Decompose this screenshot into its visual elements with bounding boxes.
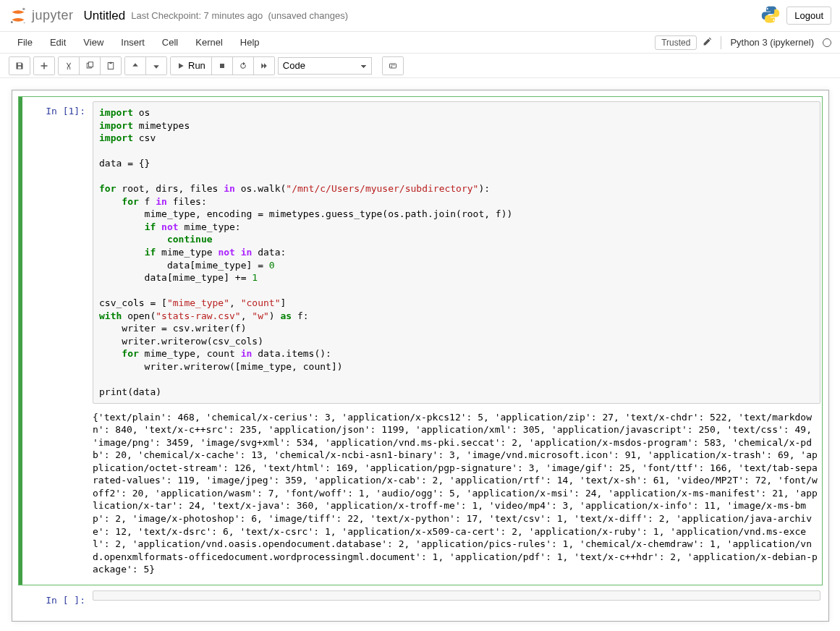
menu-file[interactable]: File [9, 33, 41, 52]
jupyter-logo-text: jupyter [32, 8, 74, 23]
python-logo-icon [760, 4, 781, 27]
toolbar: Run CodeMarkdownRaw NBConvertHeading [0, 54, 840, 78]
save-button[interactable] [9, 57, 30, 75]
svg-rect-12 [391, 64, 395, 65]
checkpoint-status: Last Checkpoint: 7 minutes ago (unsaved … [131, 10, 348, 21]
logout-button[interactable]: Logout [786, 7, 831, 25]
svg-point-3 [767, 8, 768, 9]
code-input[interactable] [93, 590, 820, 601]
svg-point-1 [11, 21, 13, 23]
svg-point-0 [22, 7, 25, 9]
notebook: In [1]:import os import mimetypes import… [12, 90, 829, 622]
svg-point-4 [773, 20, 775, 21]
code-cell[interactable]: In [ ]: [18, 585, 823, 615]
notebook-header: jupyter Untitled Last Checkpoint: 7 minu… [0, 0, 840, 32]
edit-pencil-icon[interactable] [703, 37, 712, 48]
menu-edit[interactable]: Edit [41, 33, 75, 52]
menubar: FileEditViewInsertCellKernelHelp Trusted… [0, 32, 840, 54]
svg-rect-11 [391, 66, 392, 67]
svg-rect-6 [89, 62, 93, 67]
cell-output: {'text/plain': 468, 'chemical/x-cerius':… [93, 407, 820, 580]
menu-cell[interactable]: Cell [153, 33, 187, 52]
notebook-name[interactable]: Untitled [84, 9, 126, 23]
notebook-container: In [1]:import os import mimetypes import… [0, 78, 840, 631]
code-cell[interactable]: In [1]:import os import mimetypes import… [18, 96, 823, 585]
command-palette-button[interactable] [383, 57, 403, 75]
svg-rect-8 [110, 62, 112, 63]
svg-rect-10 [389, 64, 396, 68]
menu-help[interactable]: Help [232, 33, 268, 52]
menu-view[interactable]: View [75, 33, 112, 52]
paste-button[interactable] [101, 57, 121, 75]
jupyter-logo-icon [9, 7, 27, 25]
svg-point-2 [24, 22, 25, 23]
jupyter-logo[interactable]: jupyter [9, 7, 74, 25]
output-prompt [20, 407, 93, 580]
svg-rect-9 [220, 64, 224, 68]
trusted-button[interactable]: Trusted [655, 35, 697, 50]
menu-insert[interactable]: Insert [112, 33, 153, 52]
run-button[interactable]: Run [171, 57, 212, 75]
code-input[interactable]: import os import mimetypes import csv da… [93, 101, 820, 404]
cut-button[interactable] [59, 57, 80, 75]
insert-cell-button[interactable] [34, 57, 54, 75]
restart-button[interactable] [233, 57, 254, 75]
cell-type-select[interactable]: CodeMarkdownRaw NBConvertHeading [278, 57, 372, 75]
input-prompt: In [1]: [20, 101, 93, 404]
move-down-button[interactable] [146, 57, 166, 75]
kernel-name-label: Python 3 (ipykernel) [730, 37, 814, 48]
input-prompt: In [ ]: [20, 590, 93, 610]
restart-run-all-button[interactable] [254, 57, 274, 75]
menu-kernel[interactable]: Kernel [187, 33, 232, 52]
move-up-button[interactable] [125, 57, 146, 75]
kernel-status-icon [823, 38, 831, 47]
interrupt-button[interactable] [212, 57, 233, 75]
copy-button[interactable] [80, 57, 101, 75]
